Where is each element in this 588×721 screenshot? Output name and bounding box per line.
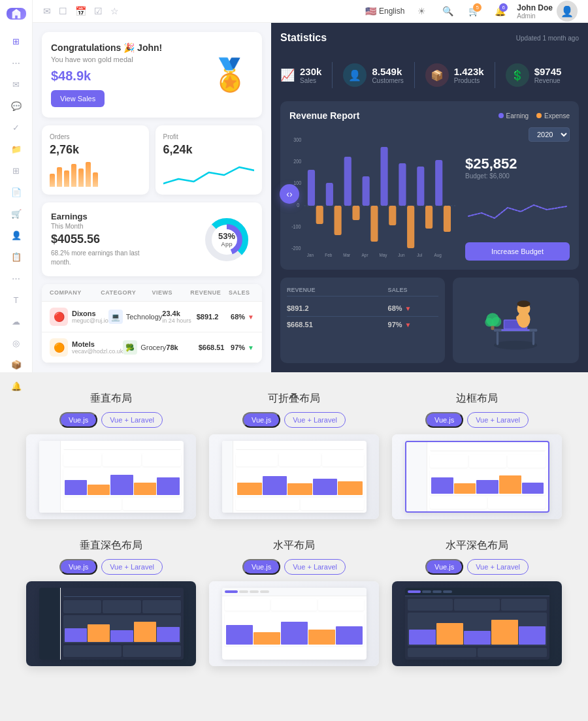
right-content: Statistics Updated 1 month ago 📈 230k Sa…: [271, 23, 588, 372]
nav-cal-icon[interactable]: 📅: [75, 6, 86, 16]
revenue-value: $9745: [534, 66, 562, 77]
preview-vertical-dark[interactable]: [26, 581, 196, 666]
cart-icon[interactable]: 🛒 5: [465, 2, 483, 20]
dark-table-header: REVENUE SALES: [287, 284, 438, 296]
user-name: John Doe: [517, 3, 553, 12]
sun-icon[interactable]: ☀: [412, 2, 431, 20]
svg-rect-41: [502, 329, 530, 331]
tag-vue-laravel-0[interactable]: Vue + Laravel: [101, 412, 163, 428]
donut-chart: 53% App: [201, 214, 253, 266]
tag-vuejs-2[interactable]: Vue.js: [425, 412, 463, 428]
dark-table-row-2[interactable]: $668.51 97% ▼: [287, 317, 438, 332]
user-role: Admin: [517, 12, 553, 20]
col-company: Company: [50, 289, 101, 296]
table-card: Company Category Views Revenue Sales 🔴 D…: [42, 284, 262, 363]
language-selector[interactable]: 🇺🇸 English: [365, 6, 404, 16]
pbc-0-2: [123, 498, 181, 510]
tag-vue-laravel-4[interactable]: Vue + Laravel: [284, 559, 346, 575]
tag-vuejs-0[interactable]: Vue.js: [59, 412, 97, 428]
sidebar-logo[interactable]: [7, 8, 26, 20]
horiz-cards: [225, 599, 364, 611]
col-views: Views: [152, 289, 191, 296]
sidebar-icon-circle[interactable]: ◎: [9, 338, 24, 348]
table-row[interactable]: 🔴 Dixons meguc@ruj.io 💻 Technology 23.4k: [42, 302, 262, 332]
tag-vuejs-4[interactable]: Vue.js: [242, 559, 280, 575]
year-select[interactable]: 2020: [529, 127, 570, 142]
earnings-title: Earnings: [51, 212, 142, 221]
mini-line-chart: [465, 193, 570, 229]
sidebar-icon-cart[interactable]: 🛒: [9, 209, 24, 219]
sidebar-icon-clipboard[interactable]: 📋: [9, 252, 24, 262]
budget-amount: $25,852: [465, 155, 570, 172]
preview-vertical[interactable]: [26, 434, 196, 519]
sales-label: Sales: [300, 77, 321, 84]
dark-sales-val-1: 68%: [388, 304, 402, 312]
tag-vue-laravel-1[interactable]: Vue + Laravel: [284, 412, 346, 428]
sidebar-icon-dots[interactable]: ⋯: [9, 274, 24, 283]
views-val-1: 78k: [166, 344, 198, 351]
sidebar-icon-check[interactable]: ✓: [9, 123, 24, 133]
sidebar-icon-mail[interactable]: ✉: [9, 80, 24, 89]
congrats-subtitle: You have won gold medal: [51, 56, 162, 63]
preview-cards-2: [430, 455, 545, 468]
dark-sales-2: 97% ▼: [388, 321, 438, 328]
horiz-dark-content: [405, 596, 549, 660]
hn-item-4: [260, 590, 269, 593]
tag-vuejs-1[interactable]: Vue.js: [242, 412, 280, 428]
bell-badge: 6: [499, 3, 508, 12]
hdcb-1: [409, 630, 436, 645]
pb-0-4: [134, 483, 156, 496]
nav-star-icon[interactable]: ☆: [110, 6, 119, 16]
pb-2-1: [431, 477, 453, 494]
sidebar-icon-more[interactable]: ⋯: [9, 58, 24, 68]
svg-point-44: [517, 300, 531, 307]
tag-vuejs-5[interactable]: Vue.js: [425, 559, 463, 575]
tag-vuejs-3[interactable]: Vue.js: [59, 559, 97, 575]
sidebar-icon-package[interactable]: 📦: [9, 360, 24, 370]
tag-vue-laravel-2[interactable]: Vue + Laravel: [467, 412, 529, 428]
pbc-1-2: [301, 498, 364, 510]
preview-horizontal-dark[interactable]: [392, 581, 562, 666]
dark-sales-1: 68% ▼: [388, 304, 438, 312]
preview-screen-3: [39, 588, 184, 660]
preview-collapsible[interactable]: [209, 434, 379, 519]
svg-text:Jul: Jul: [417, 251, 422, 258]
search-icon[interactable]: 🔍: [438, 2, 457, 20]
nav-task-icon[interactable]: ☑: [94, 6, 103, 16]
sidebar-icon-grid[interactable]: ⊞: [9, 166, 24, 176]
bell-icon[interactable]: 🔔 6: [491, 2, 509, 20]
preview-border[interactable]: [392, 434, 562, 519]
tag-vue-laravel-5[interactable]: Vue + Laravel: [467, 559, 529, 575]
user-avatar[interactable]: 👤: [557, 1, 578, 22]
table-row[interactable]: 🟠 Motels vecav@hodzl.co.uk 🥦 Grocery 78k: [42, 332, 262, 363]
trend-icon-1: ▼: [248, 344, 254, 351]
legend-dot-expense: [536, 113, 542, 118]
hcb-5: [336, 626, 363, 645]
sidebar-icon-chat[interactable]: 💬: [9, 101, 24, 111]
nav-msg-icon[interactable]: ☐: [59, 6, 67, 16]
tag-vue-laravel-3[interactable]: Vue + Laravel: [101, 559, 163, 575]
nav-mail-icon[interactable]: ✉: [43, 6, 51, 16]
increase-budget-button[interactable]: Increase Budget: [465, 242, 570, 261]
sidebar-icon-cloud[interactable]: ☁: [9, 317, 24, 327]
svg-rect-16: [352, 206, 359, 220]
sidebar-icon-user[interactable]: 👤: [9, 231, 24, 240]
sidebar-icon-doc[interactable]: 📄: [9, 187, 24, 197]
orders-value: 2,76k: [50, 143, 141, 157]
hdc-1: [408, 599, 453, 611]
svg-rect-21: [399, 163, 406, 206]
sidebar-icon-folder[interactable]: 📁: [9, 144, 24, 154]
dark-table-row-1[interactable]: $891.2 68% ▼: [287, 300, 438, 317]
sidebar-icon-bell[interactable]: 🔔: [9, 381, 24, 391]
profit-card: Profit 6,24k: [155, 125, 263, 195]
layout-horizontal-dark: 水平深色布局 Vue.js Vue + Laravel: [392, 539, 562, 666]
preview-inner-5: [392, 581, 562, 666]
preview-horizontal[interactable]: [209, 581, 379, 666]
hcb-1: [226, 625, 253, 645]
sidebar-icon-home[interactable]: ⊞: [9, 37, 24, 46]
left-content: Congratulations 🎉 John! You have won gol…: [33, 23, 271, 372]
sidebar-icon-text[interactable]: T: [9, 295, 24, 305]
user-info[interactable]: John Doe Admin 👤: [517, 1, 578, 22]
chart-nav-arrow[interactable]: ‹›: [280, 184, 299, 204]
view-sales-button[interactable]: View Sales: [51, 90, 105, 107]
